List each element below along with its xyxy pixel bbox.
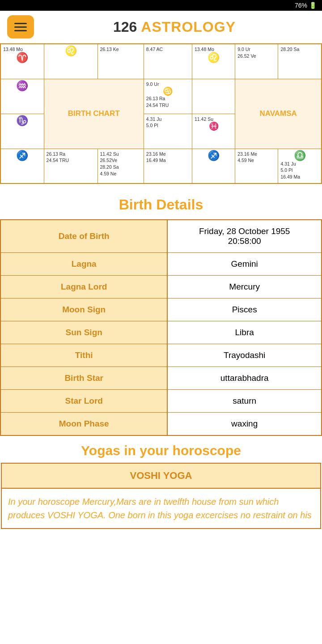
birth-detail-row-0: Date of BirthFriday, 28 October 195520:5… <box>0 220 322 253</box>
chart-table: 13.48 Mo ♈ ♌ 26.13 Ke 8.47 AC 13.48 Mo ♌… <box>0 43 322 184</box>
chart-cell-r3c4: 4.31 Ju5.0 Pl <box>144 114 192 149</box>
chart-cell-r1c2: ♌ <box>44 44 97 79</box>
birth-detail-row-3: Moon SignPisces <box>0 299 322 321</box>
zodiac-icon: ♐ <box>195 151 233 161</box>
birth-detail-row-7: Star Lordsaturn <box>0 390 322 413</box>
birth-detail-label-1: Lagna <box>0 253 167 276</box>
header: 126 ASTROLOGY <box>0 11 322 43</box>
chart-cell-r4c6: 23.16 Me4.59 Ne <box>235 149 278 183</box>
zodiac-icon: ♐ <box>3 151 42 161</box>
birth-detail-value-4: Libra <box>167 321 322 344</box>
zodiac-icon: ♒ <box>3 81 42 91</box>
birth-detail-row-5: TithiTrayodashi <box>0 344 322 367</box>
yoga-description: In your horoscope Mercury,Mars are in tw… <box>1 489 321 529</box>
cell-text: 8.47 AC <box>146 47 163 52</box>
birth-chart-label: BIRTH CHART <box>68 109 120 118</box>
birth-detail-label-5: Tithi <box>0 344 167 367</box>
cell-text: 9.0 Ur26.52 Ve <box>237 47 256 59</box>
logo-number: 126 <box>113 19 137 35</box>
battery-text: 76% <box>295 2 307 9</box>
chart-cell-r2c5 <box>192 79 235 114</box>
cell-text: 13.48 Mo <box>195 47 214 52</box>
birth-detail-label-7: Star Lord <box>0 390 167 413</box>
birth-details-title: Birth Details <box>0 191 322 219</box>
cell-text: 11.42 Su <box>195 116 213 122</box>
cell-text: 26.13 Ra24.54 TRU <box>47 151 69 163</box>
chart-row-4: ♐ 26.13 Ra24.54 TRU 11.42 Su26.52Ve28.20… <box>0 149 322 183</box>
chart-cell-r1c6: 9.0 Ur26.52 Ve <box>235 44 278 79</box>
cell-text: 28.20 Sa <box>280 47 299 52</box>
cell-text: 4.31 Ju5.0 Pl16.49 Ma <box>280 161 300 179</box>
chart-cell-r1c3: 26.13 Ke <box>97 44 144 79</box>
birth-detail-row-8: Moon Phasewaxing <box>0 413 322 436</box>
chart-cell-r4c4: 23.16 Me16.49 Ma <box>144 149 192 183</box>
birth-detail-label-8: Moon Phase <box>0 413 167 436</box>
chart-cell-r4c5: ♐ <box>192 149 235 183</box>
chart-row-2: ♒ BIRTH CHART 9.0 Ur ♋ 26.13 Ra24.54 TRU… <box>0 79 322 114</box>
yoga-name: VOSHI YOGA <box>1 463 321 489</box>
zodiac-icon: ♓ <box>195 122 233 130</box>
zodiac-icon: ♌ <box>195 53 233 63</box>
chart-cell-r2c1: ♒ <box>0 79 44 114</box>
battery-icon: 🔋 <box>309 2 317 9</box>
birth-detail-value-5: Trayodashi <box>167 344 322 367</box>
chart-cell-r2c4: 9.0 Ur ♋ 26.13 Ra24.54 TRU <box>144 79 192 114</box>
chart-cell-r4c2: 26.13 Ra24.54 TRU <box>44 149 97 183</box>
navamsa-label-cell: NAVAMSA <box>235 79 322 149</box>
logo-text: ASTROLOGY <box>141 19 236 35</box>
birth-detail-value-2: Mercury <box>167 276 322 299</box>
birth-detail-value-1: Gemini <box>167 253 322 276</box>
chart-cell-r1c5: 13.48 Mo ♌ <box>192 44 235 79</box>
cell-text: 23.16 Me16.49 Ma <box>146 151 166 163</box>
zodiac-icon: ♈ <box>3 53 42 63</box>
birth-detail-label-2: Lagna Lord <box>0 276 167 299</box>
menu-button[interactable] <box>7 15 34 38</box>
cell-text2: 26.13 Ra24.54 TRU <box>146 96 169 108</box>
cell-text: 9.0 Ur <box>146 81 159 87</box>
birth-detail-label-3: Moon Sign <box>0 299 167 321</box>
yogas-section: Yogas in your horoscope VOSHI YOGA In yo… <box>0 436 322 529</box>
birth-detail-label-6: Birth Star <box>0 367 167 390</box>
hamburger-line1 <box>14 23 27 24</box>
birth-details-section: Birth Details Date of BirthFriday, 28 Oc… <box>0 184 322 436</box>
chart-cell-r3c5: 11.42 Su ♓ <box>192 114 235 149</box>
birth-detail-value-7: saturn <box>167 390 322 413</box>
yogas-title: Yogas in your horoscope <box>0 436 322 463</box>
cell-text: 23.16 Me4.59 Ne <box>237 151 257 163</box>
hamburger-line3 <box>14 30 27 31</box>
birth-detail-label-0: Date of Birth <box>0 220 167 253</box>
birth-detail-value-0: Friday, 28 October 195520:58:00 <box>167 220 322 253</box>
birth-detail-row-4: Sun SignLibra <box>0 321 322 344</box>
birth-detail-value-3: Pisces <box>167 299 322 321</box>
birth-chart-label-cell: BIRTH CHART <box>44 79 144 149</box>
birth-detail-row-2: Lagna LordMercury <box>0 276 322 299</box>
chart-cell-r3c1: ♑ <box>0 114 44 149</box>
hamburger-line2 <box>14 26 27 28</box>
chart-cell-r1c1: 13.48 Mo ♈ <box>0 44 44 79</box>
zodiac-icon: ♌ <box>47 46 95 56</box>
cell-text: 13.48 Mo <box>3 47 23 52</box>
zodiac-icon: ♎ <box>280 151 319 161</box>
chart-cell-r4c1: ♐ <box>0 149 44 183</box>
chart-cell-r1c7: 28.20 Sa <box>278 44 322 79</box>
navamsa-label: NAVAMSA <box>259 109 297 118</box>
birth-detail-row-6: Birth Staruttarabhadra <box>0 367 322 390</box>
birth-detail-value-6: uttarabhadra <box>167 367 322 390</box>
status-bar: 76% 🔋 <box>0 0 322 11</box>
chart-cell-r4c3: 11.42 Su26.52Ve28.20 Sa4.59 Ne <box>97 149 144 183</box>
cell-text: 11.42 Su26.52Ve28.20 Sa4.59 Ne <box>100 151 119 176</box>
cell-text: 26.13 Ke <box>100 47 119 52</box>
zodiac-icon: ♑ <box>3 116 42 126</box>
birth-details-table: Date of BirthFriday, 28 October 195520:5… <box>0 219 322 436</box>
cell-text: 4.31 Ju5.0 Pl <box>146 116 161 128</box>
logo: 126 ASTROLOGY <box>34 19 315 35</box>
zodiac-icon: ♋ <box>146 87 190 95</box>
chart-row-1: 13.48 Mo ♈ ♌ 26.13 Ke 8.47 AC 13.48 Mo ♌… <box>0 44 322 79</box>
birth-detail-label-4: Sun Sign <box>0 321 167 344</box>
birth-detail-row-1: LagnaGemini <box>0 253 322 276</box>
birth-detail-value-8: waxing <box>167 413 322 436</box>
chart-cell-r1c4: 8.47 AC <box>144 44 192 79</box>
chart-cell-r4c7: ♎ 4.31 Ju5.0 Pl16.49 Ma <box>278 149 322 183</box>
